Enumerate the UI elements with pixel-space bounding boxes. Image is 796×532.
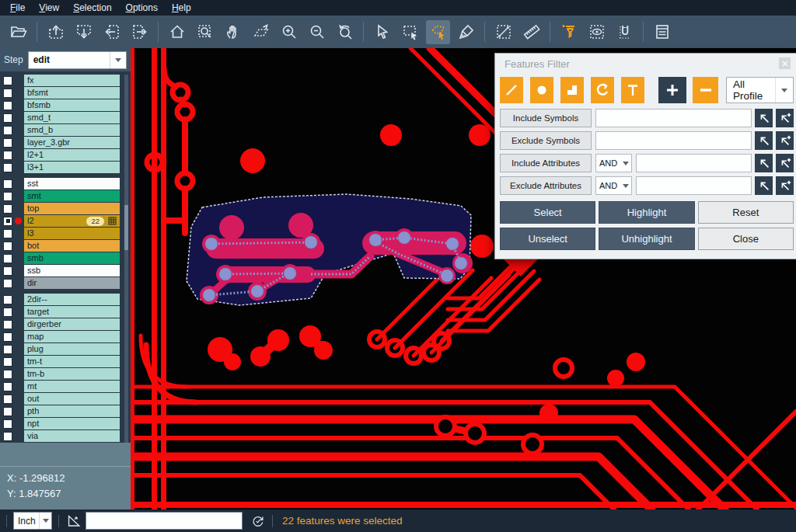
layer-visibility-checkbox[interactable] bbox=[3, 295, 12, 304]
layer-row[interactable]: smt bbox=[0, 190, 131, 202]
include-attributes-logic-select[interactable]: AND bbox=[595, 154, 632, 172]
layer-visibility-checkbox[interactable] bbox=[3, 76, 12, 85]
layer-row[interactable]: npt bbox=[0, 418, 131, 429]
pan-hand-button[interactable] bbox=[221, 20, 245, 44]
layer-row[interactable]: smb bbox=[0, 252, 131, 264]
select-pointer-button[interactable] bbox=[370, 20, 394, 44]
profile-select[interactable]: All Profile bbox=[726, 77, 794, 103]
zoom-previous-button[interactable] bbox=[333, 20, 357, 44]
filter-pad-button[interactable] bbox=[530, 77, 553, 103]
unhighlight-button[interactable]: Unhighlight bbox=[599, 228, 694, 250]
layer-row[interactable]: via bbox=[0, 430, 131, 442]
layer-row[interactable]: smd_t bbox=[0, 112, 131, 123]
layer-visibility-checkbox[interactable] bbox=[3, 151, 12, 160]
menu-file[interactable]: File bbox=[3, 1, 32, 15]
menu-view[interactable]: View bbox=[32, 1, 66, 15]
pick-include-symbols-button[interactable] bbox=[755, 109, 773, 127]
layer-row[interactable]: l3 bbox=[0, 228, 131, 239]
layer-row[interactable]: target bbox=[0, 306, 131, 318]
include-symbols-input[interactable] bbox=[595, 109, 752, 127]
scroll-left-button[interactable] bbox=[100, 20, 124, 44]
snap-button[interactable] bbox=[613, 20, 637, 44]
layer-visibility-checkbox[interactable] bbox=[3, 345, 12, 354]
layer-visibility-checkbox[interactable] bbox=[3, 242, 12, 251]
layer-visibility-checkbox[interactable] bbox=[3, 217, 12, 226]
positive-polarity-button[interactable] bbox=[658, 77, 686, 103]
layer-visibility-checkbox[interactable] bbox=[3, 126, 12, 135]
layer-visibility-checkbox[interactable] bbox=[3, 229, 12, 238]
layer-visibility-checkbox[interactable] bbox=[3, 395, 12, 404]
layer-row[interactable]: dirgerber bbox=[0, 318, 131, 330]
scroll-up-button[interactable] bbox=[44, 20, 68, 44]
exclude-attributes-button[interactable]: Exclude Attributes bbox=[500, 176, 592, 195]
measure-mode-button[interactable] bbox=[65, 513, 82, 530]
layer-row-active[interactable]: l2 22 bbox=[0, 215, 131, 227]
pick-include-attributes-button[interactable] bbox=[755, 154, 773, 172]
zoom-out-button[interactable] bbox=[305, 20, 329, 44]
layer-row[interactable]: 2dir-- bbox=[0, 294, 131, 305]
dialog-close-button[interactable] bbox=[779, 57, 791, 69]
layer-row[interactable]: smd_b bbox=[0, 124, 131, 136]
rectangle-select-button[interactable] bbox=[398, 20, 422, 44]
filter-line-button[interactable] bbox=[500, 77, 523, 103]
layer-row[interactable]: bot bbox=[0, 240, 131, 252]
layer-row[interactable]: bfsmt bbox=[0, 87, 131, 99]
layer-visibility-checkbox[interactable] bbox=[3, 370, 12, 379]
layer-visibility-checkbox[interactable] bbox=[3, 419, 12, 429]
pick-add-include-symbols-button[interactable] bbox=[776, 109, 794, 127]
layer-visibility-checkbox[interactable] bbox=[3, 254, 12, 263]
layer-row[interactable]: out bbox=[0, 393, 131, 405]
close-button[interactable]: Close bbox=[698, 228, 794, 250]
pick-exclude-symbols-button[interactable] bbox=[755, 131, 773, 150]
reset-button[interactable]: Reset bbox=[698, 201, 794, 224]
include-symbols-button[interactable]: Include Symbols bbox=[500, 109, 592, 127]
scroll-down-button[interactable] bbox=[72, 20, 96, 44]
layer-visibility-checkbox[interactable] bbox=[3, 113, 12, 123]
layer-row[interactable]: ssb bbox=[0, 265, 131, 276]
dynamic-zoom-button[interactable] bbox=[249, 20, 273, 44]
layer-row[interactable]: l2+1 bbox=[0, 149, 131, 161]
layer-row[interactable]: plug bbox=[0, 343, 131, 355]
layer-visibility-checkbox[interactable] bbox=[3, 279, 12, 288]
negative-polarity-button[interactable] bbox=[693, 77, 718, 103]
layer-visibility-checkbox[interactable] bbox=[3, 101, 12, 110]
show-selection-button[interactable] bbox=[585, 20, 609, 44]
layer-visibility-checkbox[interactable] bbox=[3, 179, 12, 189]
filter-text-button[interactable] bbox=[621, 77, 644, 103]
select-button[interactable]: Select bbox=[500, 201, 595, 224]
layer-row[interactable]: tm-t bbox=[0, 356, 131, 367]
layer-visibility-checkbox[interactable] bbox=[3, 320, 12, 329]
layer-visibility-checkbox[interactable] bbox=[3, 204, 12, 214]
results-panel-button[interactable] bbox=[650, 20, 674, 44]
units-select[interactable]: Inch bbox=[13, 512, 52, 530]
measure-distance-button[interactable] bbox=[491, 20, 515, 44]
layer-row[interactable]: sst bbox=[0, 178, 131, 190]
pick-add-exclude-symbols-button[interactable] bbox=[776, 131, 794, 150]
highlight-button[interactable]: Highlight bbox=[599, 201, 694, 224]
menu-selection[interactable]: Selection bbox=[66, 1, 118, 15]
layer-visibility-checkbox[interactable] bbox=[3, 407, 12, 416]
layer-visibility-checkbox[interactable] bbox=[3, 308, 12, 317]
layer-row[interactable]: map bbox=[0, 331, 131, 342]
scrollbar-thumb[interactable] bbox=[124, 205, 128, 250]
step-select[interactable]: edit bbox=[28, 51, 127, 69]
layer-row[interactable]: mt bbox=[0, 381, 131, 392]
zoom-window-button[interactable] bbox=[193, 20, 217, 44]
polygon-select-button[interactable] bbox=[426, 20, 450, 44]
command-input[interactable] bbox=[86, 512, 243, 530]
scroll-right-button[interactable] bbox=[127, 20, 152, 44]
exclude-attributes-input[interactable] bbox=[636, 176, 752, 195]
home-view-button[interactable] bbox=[165, 20, 189, 44]
menu-options[interactable]: Options bbox=[119, 1, 165, 15]
layer-row[interactable]: l3+1 bbox=[0, 162, 131, 173]
layer-row[interactable]: tm-b bbox=[0, 368, 131, 380]
features-filter-button[interactable] bbox=[557, 20, 581, 44]
layer-row[interactable]: dir bbox=[0, 277, 131, 289]
pick-add-exclude-attributes-button[interactable] bbox=[776, 176, 794, 195]
menu-help[interactable]: Help bbox=[165, 1, 198, 15]
exclude-symbols-input[interactable] bbox=[595, 131, 752, 150]
exclude-attributes-logic-select[interactable]: AND bbox=[595, 176, 632, 195]
layer-visibility-checkbox[interactable] bbox=[3, 357, 12, 367]
layer-visibility-checkbox[interactable] bbox=[3, 332, 12, 342]
zoom-in-button[interactable] bbox=[277, 20, 301, 44]
